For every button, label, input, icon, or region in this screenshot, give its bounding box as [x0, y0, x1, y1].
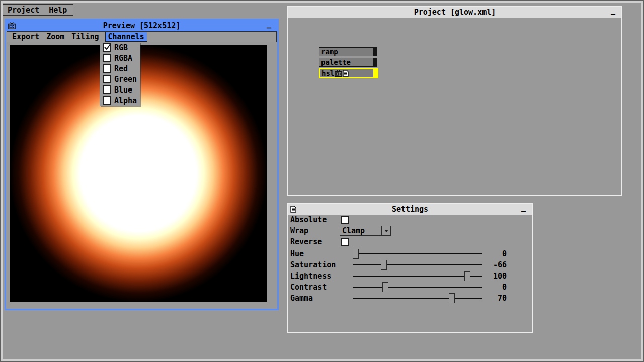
settings-label-contrast: Contrast [290, 282, 327, 292]
app-menubar: ProjectHelp [3, 4, 73, 16]
channels-item-red[interactable]: Red [100, 63, 140, 74]
node-hsl[interactable]: hsl [319, 68, 378, 78]
settings-label-saturation: Saturation [290, 260, 336, 270]
settings-label-lightness: Lightness [290, 271, 331, 281]
settings-label-reverse: Reverse [290, 237, 322, 247]
wrap-dropdown[interactable]: Clamp [340, 226, 391, 236]
app-menu-item-help[interactable]: Help [49, 6, 67, 15]
settings-row-hue: Hue0 [290, 249, 530, 259]
settings-minimize-button[interactable]: _ [521, 204, 526, 213]
settings-row-lightness: Lightness100 [290, 271, 530, 281]
gamma-slider-track[interactable] [353, 298, 482, 299]
saturation-slider-thumb[interactable] [381, 260, 387, 270]
settings-row-contrast: Contrast0 [290, 282, 530, 292]
settings-row-gamma: Gamma70 [290, 293, 530, 303]
settings-window: Settings _ AbsoluteWrapClampReverseHue0S… [287, 203, 533, 333]
channels-item-label: RGB [114, 43, 128, 52]
checkbox-red[interactable] [103, 64, 111, 73]
project-minimize-button[interactable]: _ [611, 7, 615, 16]
channels-item-green[interactable]: Green [100, 74, 140, 84]
preview-titlebar[interactable]: Preview [512x512] _ [6, 20, 277, 31]
channels-item-label: Alpha [114, 96, 137, 105]
project-titlebar[interactable]: Project [glow.xml] _ [288, 7, 621, 18]
project-window-title: Project [glow.xml] [288, 7, 621, 18]
settings-row-absolute: Absolute [290, 215, 530, 225]
lightness-slider-thumb[interactable] [464, 271, 470, 281]
node-graph: ramppalettehsl [319, 47, 378, 80]
channels-item-alpha[interactable]: Alpha [100, 95, 140, 106]
preview-window-title: Preview [512x512] [6, 20, 277, 31]
project-window: Project [glow.xml] _ ramppalettehsl [287, 6, 622, 196]
tv-icon[interactable] [335, 70, 342, 77]
preview-menu-item-channels[interactable]: Channels [105, 32, 147, 42]
wrap-dropdown-value[interactable]: Clamp [340, 226, 382, 236]
preview-menubar: ExportZoomTilingChannels [7, 31, 277, 42]
lightness-slider[interactable] [353, 271, 482, 281]
settings-panel: AbsoluteWrapClampReverseHue0Saturation-6… [288, 215, 532, 332]
channels-item-label: Blue [114, 85, 132, 95]
channels-item-rgb[interactable]: RGB [100, 42, 140, 53]
preview-minimize-button[interactable]: _ [267, 20, 271, 29]
preview-menu-item-zoom[interactable]: Zoom [46, 32, 65, 42]
node-label-box: ramp [319, 47, 373, 56]
preview-menu-item-export[interactable]: Export [12, 32, 40, 42]
saturation-value: -66 [485, 260, 507, 270]
settings-row-wrap: WrapClamp [290, 226, 530, 236]
preview-menu-item-tiling[interactable]: Tiling [71, 32, 99, 42]
checkbox-rgb[interactable] [103, 43, 111, 52]
contrast-slider-track[interactable] [353, 287, 482, 288]
channels-item-label: Green [114, 75, 137, 84]
node-label: palette [321, 58, 351, 66]
project-canvas: ramppalettehsl [288, 18, 621, 195]
node-output-connector[interactable] [373, 47, 377, 56]
settings-label-absolute: Absolute [290, 215, 327, 225]
hue-value: 0 [485, 249, 507, 259]
absolute-checkbox[interactable] [341, 216, 349, 224]
contrast-slider[interactable] [353, 282, 482, 292]
channels-item-label: RGBA [114, 54, 132, 63]
node-output-connector[interactable] [373, 58, 377, 67]
checkbox-rgba[interactable] [103, 54, 111, 62]
gamma-slider-thumb[interactable] [449, 293, 455, 303]
app-menu-item-project[interactable]: Project [8, 6, 39, 15]
checkbox-green[interactable] [103, 75, 111, 83]
document-icon[interactable] [343, 70, 349, 77]
saturation-slider-track[interactable] [353, 264, 482, 265]
channels-item-blue[interactable]: Blue [100, 84, 140, 95]
node-label-box: hsl [319, 68, 374, 78]
hue-slider[interactable] [353, 249, 482, 259]
contrast-slider-thumb[interactable] [382, 282, 388, 292]
tv-icon [8, 22, 16, 29]
hue-slider-track[interactable] [353, 253, 482, 254]
chevron-down-icon [384, 230, 388, 232]
channels-item-label: Red [114, 64, 128, 73]
settings-label-hue: Hue [290, 249, 304, 259]
node-palette[interactable]: palette [319, 58, 378, 67]
settings-label-gamma: Gamma [290, 293, 313, 303]
settings-titlebar[interactable]: Settings _ [288, 204, 532, 215]
reverse-checkbox[interactable] [341, 238, 349, 246]
channels-dropdown-menu: RGBRGBARedGreenBlueAlpha [100, 42, 140, 106]
checkbox-blue[interactable] [103, 85, 111, 94]
hue-slider-thumb[interactable] [353, 249, 359, 259]
channels-item-rgba[interactable]: RGBA [100, 53, 140, 63]
contrast-value: 0 [485, 282, 507, 292]
settings-label-wrap: Wrap [290, 226, 308, 236]
settings-row-saturation: Saturation-66 [290, 260, 530, 270]
gamma-value: 70 [485, 293, 507, 303]
settings-window-title: Settings [288, 204, 532, 215]
gamma-slider[interactable] [353, 293, 482, 303]
node-ramp[interactable]: ramp [319, 47, 378, 56]
desktop: ProjectHelp Preview [512x512] _ ExportZo… [0, 0, 644, 362]
document-icon [290, 206, 296, 213]
checkbox-alpha[interactable] [103, 96, 111, 105]
saturation-slider[interactable] [353, 260, 482, 270]
node-output-connector[interactable] [374, 68, 378, 78]
wrap-dropdown-arrow-button[interactable] [381, 226, 391, 236]
node-label: hsl [321, 69, 334, 77]
lightness-slider-track[interactable] [353, 276, 482, 277]
settings-row-reverse: Reverse [290, 237, 530, 247]
lightness-value: 100 [485, 271, 507, 281]
preview-window: Preview [512x512] _ ExportZoomTilingChan… [5, 19, 279, 310]
node-label-box: palette [319, 58, 373, 67]
